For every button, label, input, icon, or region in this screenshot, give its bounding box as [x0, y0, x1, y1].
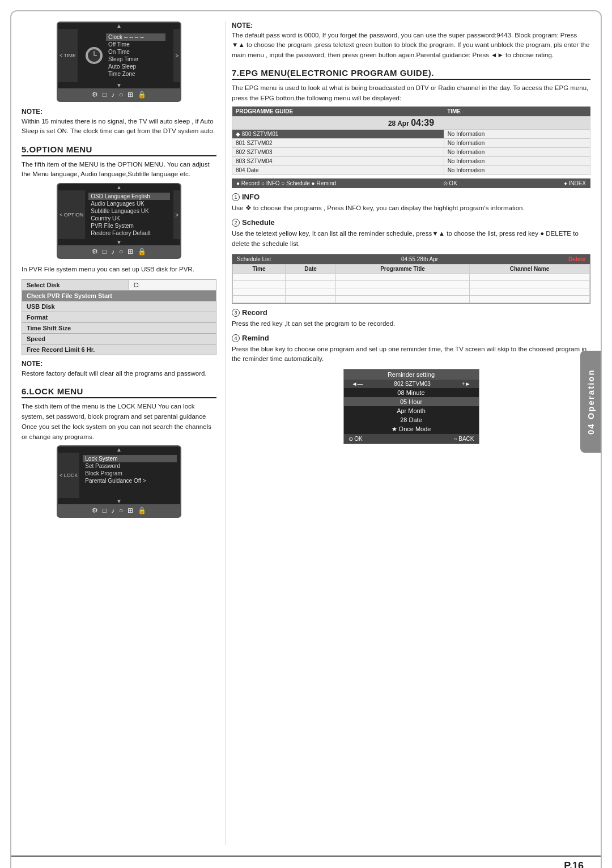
option-item-2[interactable]: Subtitle Languages UK — [88, 207, 170, 215]
remind-body: Press the blue key to choose one program… — [232, 344, 590, 365]
time-note-text: Within 15 minutes there is no signal, th… — [22, 117, 216, 137]
sched-row-4 — [233, 295, 590, 303]
option-item-4[interactable]: PVR File System — [88, 222, 170, 229]
epg-row-4[interactable]: 804 Date No Information — [232, 166, 590, 175]
time-menu-item-1[interactable]: Off Time — [106, 41, 165, 48]
sched-row-3 — [233, 288, 590, 295]
reminder-item-0[interactable]: 08 Minute — [344, 388, 479, 397]
page-number: P.16 — [11, 856, 601, 868]
lock-arrow-up: ▲ — [58, 446, 180, 453]
option-nav-bar: ⚙ □ ♪ ○ ⊞ 🔒 — [58, 245, 180, 258]
schedule-delete-btn[interactable]: Delete — [568, 256, 585, 262]
reminder-back[interactable]: ○ BACK — [453, 436, 474, 442]
time-menu-center: Clock -- -- -- -- Off Time On Time Sleep… — [78, 29, 173, 82]
option-item-5[interactable]: Restore Factory Default — [88, 229, 170, 237]
pvr-cell-2: USB Disk — [22, 301, 216, 312]
epg-info-3: No Information — [444, 157, 590, 166]
side-tab-label: 04 Operation — [586, 369, 596, 435]
epg-buttons: ● Record ○ INFO ○ Schedule ● Remind — [236, 180, 336, 186]
info-item: 1 INFO — [232, 193, 590, 201]
pvr-row-3: Format — [22, 312, 216, 322]
pvr-row-2: USB Disk — [22, 301, 216, 312]
pvr-note-text: Restore factory default will clear all t… — [22, 369, 216, 378]
epg-info-4: No Information — [444, 166, 590, 175]
nav-icon-gear: ⚙ — [92, 91, 98, 99]
epg-index[interactable]: ♦ INDEX — [564, 180, 586, 186]
epg-row-2[interactable]: 802 SZTVM03 No Information — [232, 148, 590, 157]
lock-item-3[interactable]: Parental Guidance Off > — [83, 477, 177, 484]
schedule-item: 2 Schedule — [232, 218, 590, 227]
epg-header-col2: TIME — [444, 107, 590, 117]
epg-row-1[interactable]: 801 SZTVM02 No Information — [232, 139, 590, 148]
option-menu-center: OSD Language English Audio Languages UK … — [85, 190, 173, 239]
pvr-note-label: NOTE: — [22, 360, 216, 368]
option-right-label: > — [173, 190, 180, 239]
option-body: The fifth item of the MENU is the OPTION… — [22, 160, 216, 180]
record-label: Record — [242, 308, 267, 317]
pvr-cell-3: Format — [22, 312, 216, 322]
record-number: 3 — [232, 309, 240, 317]
epg-body: The EPG menu is used to look at what is … — [232, 83, 590, 104]
epg-row-3[interactable]: 803 SZTVM04 No Information — [232, 157, 590, 166]
epg-ok[interactable]: ⊙ OK — [443, 180, 457, 186]
time-menu-item-3[interactable]: Sleep Timer — [106, 56, 165, 63]
lock-menu-center: Lock System Set Password Block Program P… — [79, 453, 180, 498]
lock-note-label: NOTE: — [232, 22, 590, 29]
reminder-channel-left[interactable]: ◄— — [352, 381, 363, 387]
time-menu-item-4[interactable]: Auto Sleep — [106, 63, 165, 70]
left-column: ▲ < TIME — [22, 22, 226, 845]
nav-icon-lock2: 🔒 — [138, 248, 146, 256]
time-menu-item-2[interactable]: On Time — [106, 48, 165, 56]
pvr-row-6: Free Record Limit 6 Hr. — [22, 344, 216, 355]
lock-item-2[interactable]: Block Program — [83, 470, 177, 477]
pvr-cell-4: Time Shift Size — [22, 322, 216, 333]
nav-icon-audio3: ♪ — [111, 507, 114, 514]
sched-col-prog: Programme Title — [336, 264, 470, 273]
remind-label: Remind — [242, 334, 269, 342]
nav-icon-grid: ⊞ — [128, 91, 133, 99]
nav-icon-grid3: ⊞ — [128, 507, 133, 514]
pvr-cell-0-0: Select Disk — [22, 279, 129, 290]
nav-icon-lock3: 🔒 — [138, 507, 146, 514]
schedule-number: 2 — [232, 219, 240, 227]
time-menu-nav-bar: ⚙ □ ♪ ○ ⊞ 🔒 — [58, 88, 180, 101]
pvr-cell-1: Check PVR File System Start — [22, 290, 216, 301]
lock-item-1[interactable]: Set Password — [83, 462, 177, 470]
lock-item-0[interactable]: Lock System — [83, 455, 177, 462]
pvr-row-1: Check PVR File System Start — [22, 290, 216, 301]
nav-icon-gear2: ⚙ — [92, 248, 98, 256]
pvr-table: Select Disk C: Check PVR File System Sta… — [22, 279, 216, 355]
pvr-row-5: Speed — [22, 333, 216, 344]
nav-icon-display3: □ — [103, 507, 107, 514]
epg-channel-2: 802 SZTVM03 — [232, 148, 444, 157]
lock-left-label: < LOCK — [58, 453, 79, 498]
option-item-0[interactable]: OSD Language English — [88, 193, 170, 200]
lock-section-title: 6.LOCK MENU — [22, 386, 216, 398]
record-item: 3 Record — [232, 308, 590, 317]
epg-info-0: No Information — [444, 130, 590, 139]
info-number: 1 — [232, 193, 240, 201]
time-menu-item-0[interactable]: Clock -- -- -- -- — [106, 33, 165, 41]
option-item-3[interactable]: Country UK — [88, 215, 170, 222]
reminder-item-2[interactable]: Apr Month — [344, 406, 479, 415]
nav-icon-audio: ♪ — [111, 91, 114, 99]
nav-icon-audio2: ♪ — [111, 248, 114, 256]
reminder-header: Reminder setting — [344, 369, 479, 380]
schedule-header-left: Schedule List — [237, 256, 271, 262]
option-arrow-down: ▼ — [58, 239, 180, 245]
lock-nav-bar: ⚙ □ ♪ ○ ⊞ 🔒 — [58, 504, 180, 517]
reminder-box: Reminder setting ◄— 802 SZTVM03 +► 08 Mi… — [343, 369, 479, 444]
nav-icon-clock: ○ — [119, 91, 123, 99]
option-item-1[interactable]: Audio Languages UK — [88, 200, 170, 207]
schedule-header-center: 04:55 28th Apr — [401, 256, 438, 262]
epg-row-0[interactable]: ◆ 800 SZTVM01 No Information — [232, 130, 590, 139]
reminder-item-4[interactable]: ★ Once Mode — [344, 424, 479, 434]
reminder-ok[interactable]: ⊙ OK — [348, 436, 363, 442]
time-menu-item-5[interactable]: Time Zone — [106, 70, 165, 78]
reminder-item-3[interactable]: 28 Date — [344, 415, 479, 424]
clock-icon — [86, 47, 103, 64]
epg-header-col1: PROGRAMME GUIDE — [232, 107, 444, 117]
schedule-header: Schedule List 04:55 28th Apr Delete — [232, 254, 590, 264]
reminder-channel-right[interactable]: +► — [462, 381, 471, 387]
reminder-item-1[interactable]: 05 Hour — [344, 397, 479, 406]
